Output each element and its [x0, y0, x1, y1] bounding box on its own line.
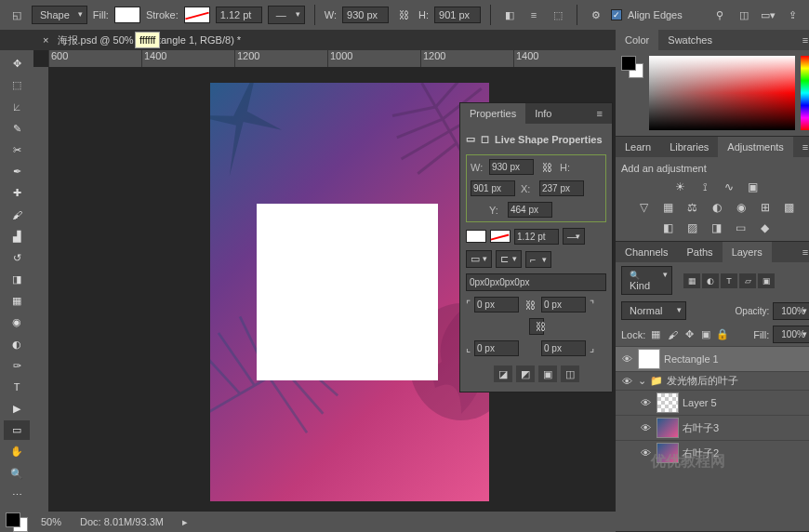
layer-thumbnail[interactable]: [638, 349, 660, 369]
rectangle-shape[interactable]: [257, 204, 438, 380]
shape-x-input[interactable]: [539, 180, 584, 196]
adj-color-balance-icon[interactable]: ⚖: [684, 200, 701, 215]
path-alignment-icon[interactable]: ≡: [524, 6, 543, 24]
hue-slider[interactable]: [801, 56, 809, 130]
rectangle-tool-icon[interactable]: ▭: [4, 420, 30, 440]
tab-learn[interactable]: Learn: [616, 137, 660, 157]
gradient-tool-icon[interactable]: ▦: [4, 291, 30, 311]
shape-height-input[interactable]: [471, 180, 515, 196]
layer-row[interactable]: 👁 ⌄ 📁 发光物后的叶子: [616, 371, 809, 390]
panel-menu-icon[interactable]: ≡: [793, 137, 809, 157]
type-tool-icon[interactable]: T: [4, 378, 30, 397]
filter-pixel-icon[interactable]: ▦: [683, 273, 700, 288]
layer-thumbnail[interactable]: [656, 418, 679, 438]
corner-tl-input[interactable]: [474, 297, 519, 313]
shape-fill-swatch[interactable]: [466, 230, 486, 243]
stroke-type-dropdown[interactable]: —: [563, 228, 585, 245]
blur-tool-icon[interactable]: ◉: [4, 313, 30, 332]
adj-threshold-icon[interactable]: ◨: [709, 220, 725, 235]
tab-channels[interactable]: Channels: [616, 242, 677, 262]
filter-type-icon[interactable]: T: [721, 273, 737, 288]
path-arrangement-icon[interactable]: ⬚: [549, 6, 567, 24]
gear-icon[interactable]: ⚙: [587, 6, 605, 24]
visibility-icon[interactable]: 👁: [619, 353, 634, 365]
tab-color[interactable]: Color: [616, 30, 658, 50]
tab-adjustments[interactable]: Adjustments: [718, 137, 793, 157]
adj-bw-icon[interactable]: ◐: [709, 200, 725, 215]
quick-view-icon[interactable]: ◫: [735, 6, 753, 24]
adj-brightness-icon[interactable]: ☀: [672, 180, 689, 194]
eyedropper-tool-icon[interactable]: ✒: [4, 162, 30, 181]
shape-stroke-swatch[interactable]: [490, 230, 511, 243]
adj-selective-color-icon[interactable]: ◆: [757, 220, 774, 235]
foreground-color[interactable]: [6, 512, 20, 527]
layer-row[interactable]: 👁 Rectangle 1: [616, 346, 809, 371]
history-brush-tool-icon[interactable]: ↺: [4, 248, 30, 268]
layer-filter-kind-dropdown[interactable]: 🔍Kind: [621, 266, 672, 295]
visibility-icon[interactable]: 👁: [638, 422, 653, 433]
adj-posterize-icon[interactable]: ▨: [684, 220, 701, 235]
visibility-icon[interactable]: 👁: [619, 376, 634, 387]
tab-info[interactable]: Info: [525, 103, 561, 124]
fg-bg-swatch[interactable]: [621, 56, 643, 78]
layer-name[interactable]: Rectangle 1: [664, 353, 809, 365]
stroke-style-dropdown[interactable]: —: [268, 6, 305, 24]
workspace-icon[interactable]: ▭▾: [759, 6, 777, 24]
adj-vibrance-icon[interactable]: ▽: [636, 200, 653, 215]
zoom-level[interactable]: 50%: [41, 516, 61, 527]
foreground-background-swatch[interactable]: [6, 512, 28, 532]
adj-gradient-map-icon[interactable]: ▭: [733, 220, 749, 235]
stroke-caps-dropdown[interactable]: ⊏: [496, 250, 522, 268]
adj-exposure-icon[interactable]: ▣: [745, 180, 762, 194]
color-spectrum[interactable]: [649, 56, 795, 130]
adj-levels-icon[interactable]: ⟟: [696, 180, 713, 194]
height-input[interactable]: [434, 7, 481, 23]
panel-menu-icon[interactable]: ≡: [793, 242, 809, 262]
layer-row[interactable]: 👁 Layer 5: [616, 390, 809, 415]
corner-bl-input[interactable]: [474, 340, 519, 356]
fill-opacity-dropdown[interactable]: 100%: [773, 326, 809, 343]
tool-preset-icon[interactable]: ◱: [7, 6, 26, 24]
link-corners-icon[interactable]: ⛓: [523, 299, 537, 311]
stroke-swatch[interactable]: [184, 7, 210, 23]
lock-all-icon[interactable]: 🔒: [716, 328, 729, 341]
filter-shape-icon[interactable]: ▱: [739, 273, 756, 288]
corners-summary-input[interactable]: [466, 273, 606, 291]
shape-width-input[interactable]: [489, 159, 534, 175]
adj-hue-icon[interactable]: ▦: [660, 200, 677, 215]
filter-adjustment-icon[interactable]: ◐: [702, 273, 719, 288]
pathop-intersect-icon[interactable]: ▣: [538, 366, 557, 382]
stamp-tool-icon[interactable]: ▟: [4, 227, 30, 246]
panel-menu-icon[interactable]: ≡: [793, 30, 809, 50]
stroke-corners-dropdown[interactable]: ⌐: [525, 251, 551, 268]
lock-position-icon[interactable]: ✥: [683, 328, 696, 341]
corner-tr-input[interactable]: [541, 297, 586, 313]
pathop-combine-icon[interactable]: ◪: [494, 366, 512, 382]
lock-pixels-icon[interactable]: 🖌: [666, 328, 679, 341]
adj-color-lookup-icon[interactable]: ▩: [781, 200, 798, 215]
document-canvas[interactable]: [210, 83, 489, 501]
close-tab-icon[interactable]: ×: [43, 34, 48, 46]
marquee-tool-icon[interactable]: ⬚: [4, 75, 30, 95]
align-edges-checkbox[interactable]: ✓: [611, 9, 622, 20]
link-wh-icon[interactable]: ⛓: [394, 6, 413, 24]
fill-swatch[interactable]: [114, 7, 140, 23]
tab-layers[interactable]: Layers: [723, 242, 772, 262]
move-tool-icon[interactable]: ✥: [4, 54, 30, 73]
tab-libraries[interactable]: Libraries: [660, 137, 718, 157]
stroke-align-dropdown[interactable]: ▭: [466, 250, 492, 268]
adj-channel-mixer-icon[interactable]: ⊞: [757, 200, 774, 215]
width-input[interactable]: [342, 7, 389, 23]
path-select-tool-icon[interactable]: ▶: [4, 399, 30, 419]
visibility-icon[interactable]: 👁: [638, 397, 653, 408]
pen-tool-icon[interactable]: ✑: [4, 356, 30, 376]
search-icon[interactable]: ⚲: [710, 6, 729, 24]
opacity-dropdown[interactable]: 100%: [773, 302, 809, 320]
layer-name[interactable]: 发光物后的叶子: [667, 374, 809, 388]
quick-select-tool-icon[interactable]: ✎: [4, 119, 30, 139]
layer-row[interactable]: 👁 右叶子3: [616, 415, 809, 440]
share-icon[interactable]: ⇪: [783, 6, 802, 24]
crop-tool-icon[interactable]: ✂: [4, 140, 30, 160]
corner-br-input[interactable]: [541, 340, 586, 356]
edit-toolbar-icon[interactable]: ⋯: [4, 485, 30, 505]
